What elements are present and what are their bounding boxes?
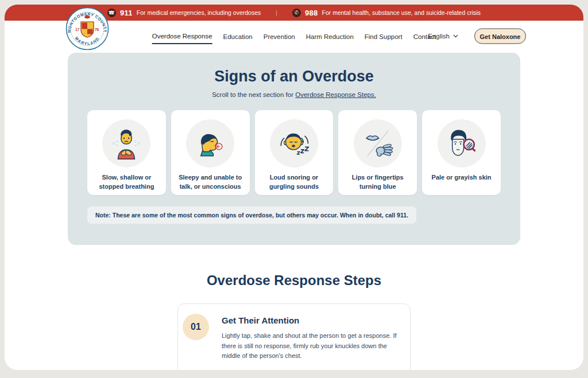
chevron-down-icon (453, 34, 458, 38)
nav-item-harm-reduction[interactable]: Harm Reduction (306, 29, 354, 44)
get-naloxone-button[interactable]: Get Naloxone (474, 29, 526, 44)
sleepy-person-icon (194, 127, 227, 160)
sign-card-breathing: Slow, shallow or stopped breathing (87, 110, 166, 195)
nav-item-prevention[interactable]: Prevention (264, 29, 295, 44)
banner-911-group: ☎ 911 For medical emergencies, including… (107, 9, 261, 17)
banner-divider: | (276, 10, 277, 16)
main-navigation: Overdose Response Education Prevention H… (152, 21, 436, 52)
montgomery-county-seal-logo[interactable]: MONTGOMERY COUNTY MARYLAND 17 76 (65, 7, 109, 50)
breathing-person-icon (110, 127, 143, 160)
crisis-text: For mental health, substance use, and su… (322, 9, 481, 16)
snoring-face-icon (277, 127, 311, 160)
sign-card-blue-lips: Lips or fingertips turning blue (338, 110, 417, 195)
crisis-number: 988 (305, 9, 318, 17)
emergency-number: 911 (120, 9, 133, 17)
nav-item-find-support[interactable]: Find Support (365, 29, 403, 44)
sign-card-label: Pale or grayish skin (422, 173, 501, 182)
sign-card-label: Sleepy and unable to talk, or unconsciou… (171, 173, 250, 192)
lips-fingertips-icon (361, 127, 394, 160)
icon-circle (270, 119, 318, 167)
step-paragraph: Lightly tap, shake and shout at the pers… (222, 331, 404, 361)
step-title: Get Their Attention (222, 315, 404, 325)
language-label: English (428, 33, 450, 40)
banner-988-group: ✆ 988 For mental health, substance use, … (292, 9, 481, 17)
sign-card-label: Lips or fingertips turning blue (338, 173, 417, 192)
signs-section: Signs of an Overdose Scroll to the next … (68, 53, 520, 245)
signs-title: Signs of an Overdose (68, 68, 520, 85)
sign-card-snoring: Loud snoring or gurgling sounds (255, 110, 334, 195)
pale-skin-icon (445, 127, 478, 160)
logo-year-left: 17 (75, 28, 80, 32)
signs-subtitle: Scroll to the next section for Overdose … (68, 91, 520, 98)
sign-card-unconscious: Sleepy and unable to talk, or unconsciou… (171, 110, 250, 195)
language-selector[interactable]: English (428, 33, 458, 40)
icon-circle (186, 119, 234, 167)
signs-cards-row: Slow, shallow or stopped breathing Sleep… (87, 110, 501, 195)
signs-note: Note: These are some of the most common … (87, 206, 416, 224)
sign-card-label: Slow, shallow or stopped breathing (87, 173, 166, 192)
sign-card-label: Loud snoring or gurgling sounds (255, 173, 334, 192)
signs-subtitle-text: Scroll to the next section for (212, 91, 295, 98)
emergency-text: For medical emergencies, including overd… (137, 9, 261, 16)
page-container: ☎ 911 For medical emergencies, including… (5, 5, 583, 370)
step-paragraph: If the person responds, keep them awake. (222, 369, 404, 370)
logo-year-right: 76 (95, 28, 99, 32)
step-body: Get Their Attention Lightly tap, shake a… (222, 314, 404, 370)
steps-title: Overdose Response Steps (5, 272, 583, 289)
icon-circle (438, 119, 486, 167)
step-card-1: 01 Get Their Attention Lightly tap, shak… (177, 303, 411, 370)
site-header: MONTGOMERY COUNTY MARYLAND 17 76 Overdos… (5, 21, 583, 52)
overdose-steps-link[interactable]: Overdose Response Steps. (295, 91, 376, 98)
icon-circle (354, 119, 402, 167)
sign-card-pale-skin: Pale or grayish skin (422, 110, 501, 195)
step-number-badge: 01 (183, 314, 209, 340)
nav-item-education[interactable]: Education (223, 29, 253, 44)
phone-icon: ✆ (292, 9, 301, 17)
nav-item-overdose-response[interactable]: Overdose Response (152, 28, 212, 44)
icon-circle (102, 119, 150, 167)
